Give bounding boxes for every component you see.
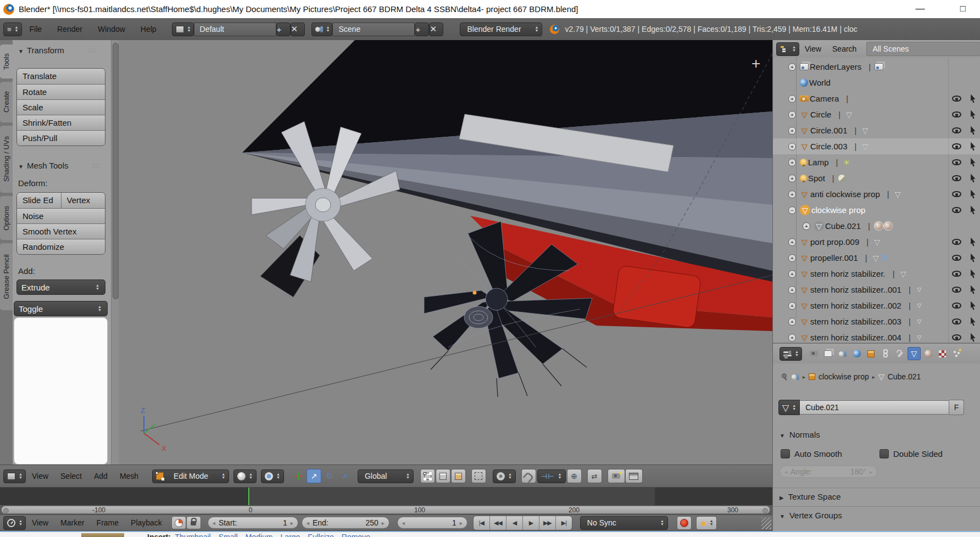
outliner-item-label[interactable]: Lamp xyxy=(808,158,829,167)
menu-window[interactable]: Window xyxy=(98,25,125,33)
menu-view[interactable]: View xyxy=(32,518,48,527)
menu-mesh[interactable]: Mesh xyxy=(120,472,138,480)
outliner-item-label[interactable]: World xyxy=(809,78,831,87)
shelf-tab-tools[interactable]: Tools xyxy=(0,44,13,79)
use-preview-range-button[interactable] xyxy=(171,516,186,529)
link-medium[interactable]: Medium xyxy=(246,533,273,537)
tab-world[interactable] xyxy=(850,347,864,360)
region-expand-plus[interactable]: + xyxy=(751,55,760,72)
visibility-eye-icon[interactable] xyxy=(952,143,961,149)
outliner-row[interactable]: +stern horiz stabilizer..002| xyxy=(773,298,980,314)
expand-toggle-icon[interactable]: + xyxy=(788,191,796,198)
expand-toggle-icon[interactable]: + xyxy=(788,318,796,326)
screen-layout-icon-button[interactable]: ▲▼ xyxy=(172,23,194,36)
3d-viewport[interactable]: Z X + xyxy=(119,40,772,465)
expand-toggle-icon[interactable]: + xyxy=(803,222,810,230)
rotate-button[interactable]: Rotate xyxy=(17,84,105,99)
end-frame-field[interactable]: ◂End:250▸ xyxy=(302,517,389,529)
menu-select[interactable]: Select xyxy=(60,472,82,480)
fake-user-button[interactable]: F xyxy=(949,400,964,415)
redo-toggle-dropdown[interactable]: Toggle▲▼ xyxy=(14,301,108,316)
breadcrumb-object[interactable]: clockwise prop xyxy=(818,372,869,381)
snap-element-dropdown[interactable]: ⊣⊢▲▼ xyxy=(537,469,566,483)
selectability-cursor-icon[interactable] xyxy=(970,142,976,151)
outliner-row[interactable]: +stern horiz stabilizer..003| xyxy=(773,314,980,329)
editor-type-button-3dview[interactable]: ▲▼ xyxy=(3,469,26,483)
selectability-cursor-icon[interactable] xyxy=(970,286,976,294)
jump-to-end-button[interactable]: ▶| xyxy=(555,516,572,530)
expand-toggle-icon[interactable]: + xyxy=(788,175,796,182)
current-frame-field[interactable]: ◂1▸ xyxy=(397,517,467,529)
outliner-item-label[interactable]: stern horiz stabilizer..001 xyxy=(810,285,901,294)
outliner-item-label[interactable]: stern horiz stabilizer..004 xyxy=(810,333,901,342)
panel-drag-grip-icon[interactable]: :::: xyxy=(88,47,96,53)
auto-smooth-checkbox[interactable] xyxy=(781,449,790,458)
limit-selection-visible-button[interactable] xyxy=(471,469,486,483)
outliner-item-label[interactable]: propeller.001 xyxy=(810,253,858,262)
outliner-row[interactable]: +port prop.009| xyxy=(773,234,980,250)
scale-button[interactable]: Scale xyxy=(17,99,105,115)
visibility-eye-icon[interactable] xyxy=(952,175,961,181)
proportional-edit-dropdown[interactable]: ▲▼ xyxy=(493,469,516,483)
tab-object-data[interactable]: ▽ xyxy=(907,347,921,360)
render-engine-dropdown[interactable]: Blender Render▲▼ xyxy=(460,23,542,36)
scene-icon-button[interactable]: ▲▼ xyxy=(311,23,333,36)
outliner-row[interactable]: +propeller.001| xyxy=(773,250,980,266)
expand-toggle-icon[interactable]: + xyxy=(788,238,796,246)
menu-playback[interactable]: Playback xyxy=(131,518,162,527)
snap-peel-button[interactable]: ⇄ xyxy=(587,469,602,483)
panel-header-mesh-tools[interactable]: ▼Mesh Tools:::: xyxy=(18,161,69,170)
snap-target-button[interactable]: ⊕ xyxy=(567,469,582,483)
outliner-item-label[interactable]: Cube.021 xyxy=(825,221,861,231)
region-resize-grip[interactable] xyxy=(761,517,771,529)
outliner-item-label[interactable]: clockwise prop xyxy=(811,205,865,215)
visibility-eye-icon[interactable] xyxy=(952,287,961,293)
menu-view[interactable]: View xyxy=(805,44,821,53)
selectability-cursor-icon[interactable] xyxy=(970,270,976,278)
opengl-render-image-button[interactable]: ★ xyxy=(608,469,625,483)
visibility-eye-icon[interactable] xyxy=(952,334,961,340)
manipulator-rotate-button[interactable]: ↻ xyxy=(322,469,337,483)
outliner-item-label[interactable]: stern horiz stabilizer..003 xyxy=(810,317,901,326)
breadcrumb-data[interactable]: Cube.021 xyxy=(888,372,921,381)
vertex-slide-button[interactable]: Vertex xyxy=(61,193,105,208)
visibility-eye-icon[interactable] xyxy=(952,111,961,118)
outliner-row[interactable]: +anti clockwise prop| xyxy=(773,186,980,202)
editor-type-button-info[interactable]: ≡▲▼ xyxy=(3,23,22,36)
texture-space-panel-header[interactable]: ▶Texture Space xyxy=(773,488,980,501)
keying-set-dropdown[interactable]: ◆▲▼ xyxy=(696,516,717,530)
outliner-row[interactable]: +stern horiz stabilizer..004| xyxy=(773,329,980,344)
opengl-render-animation-button[interactable] xyxy=(625,469,643,483)
tab-particles[interactable] xyxy=(950,347,964,360)
outliner-row[interactable]: World xyxy=(773,75,980,91)
menu-view[interactable]: View xyxy=(32,472,48,480)
menu-render[interactable]: Render xyxy=(57,25,82,33)
outliner-item-label[interactable]: Spot xyxy=(808,174,825,183)
smooth-vertex-button[interactable]: Smooth Vertex xyxy=(17,223,105,239)
datablock-name-field[interactable]: Cube.021 xyxy=(800,400,949,415)
selectability-cursor-icon[interactable] xyxy=(970,254,976,262)
push-pull-button[interactable]: Push/Pull xyxy=(17,130,105,146)
select-mode-vertex-button[interactable] xyxy=(420,469,435,483)
play-reverse-button[interactable]: ◀ xyxy=(506,516,522,530)
link-remove[interactable]: Remove xyxy=(342,533,370,537)
expand-toggle-icon[interactable]: + xyxy=(788,334,796,342)
visibility-eye-icon[interactable] xyxy=(952,318,961,325)
double-sided-checkbox[interactable] xyxy=(879,449,889,458)
outliner-item-label[interactable]: port prop.009 xyxy=(810,237,859,247)
display-mode-dropdown[interactable]: All Scenes xyxy=(866,42,980,56)
visibility-eye-icon[interactable] xyxy=(952,255,961,261)
maximize-button[interactable]: □ xyxy=(956,3,970,14)
extrude-dropdown[interactable]: Extrude▲▼ xyxy=(16,279,105,295)
viewport-shading-dropdown[interactable]: ▲▼ xyxy=(233,469,257,483)
randomize-button[interactable]: Randomize xyxy=(17,239,105,254)
shelf-tab-grease-pencil[interactable]: Grease Pencil xyxy=(0,243,13,310)
selectability-cursor-icon[interactable] xyxy=(970,317,976,326)
scene-field[interactable]: Scene xyxy=(332,23,415,36)
tool-shelf-scrollbar[interactable] xyxy=(111,40,119,465)
manipulator-scale-button[interactable]: ⇗ xyxy=(337,469,352,483)
expand-toggle-icon[interactable]: + xyxy=(788,270,796,278)
link-small[interactable]: Small xyxy=(219,533,238,537)
menu-add[interactable]: Add xyxy=(94,472,108,480)
tab-modifiers[interactable] xyxy=(893,347,906,360)
